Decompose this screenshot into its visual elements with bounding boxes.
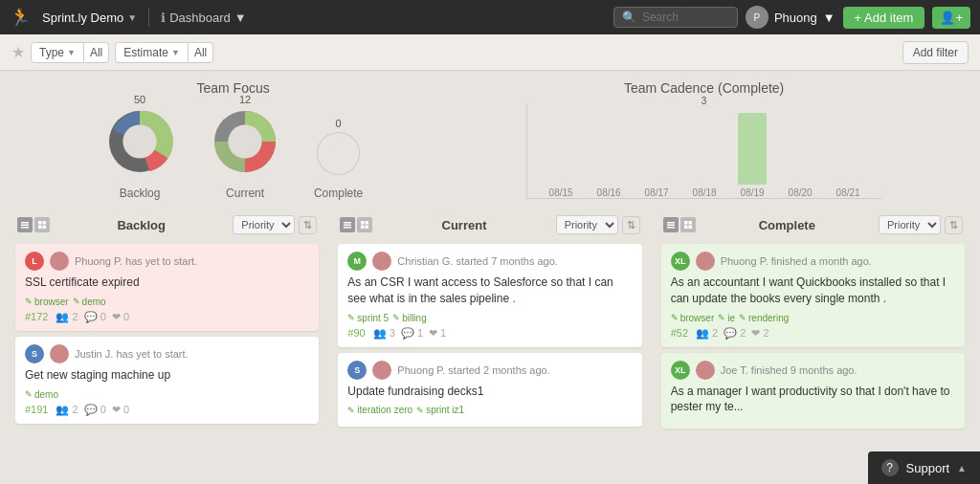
card-avatar: S <box>347 361 367 380</box>
card[interactable]: XL Joe T. finished 9 months ago. As a ma… <box>661 353 965 429</box>
card-meta: 👥 2💬 2❤ 2 <box>696 327 769 340</box>
svg-rect-15 <box>361 221 365 225</box>
tag: browser <box>671 313 715 323</box>
list-view-icon[interactable] <box>663 217 679 232</box>
list-view-icon[interactable] <box>17 217 33 232</box>
card-user-info: Phuong P. has yet to start. <box>75 255 197 267</box>
search-box[interactable]: 🔍 <box>613 7 738 28</box>
card-avatar: S <box>25 344 44 363</box>
card-body: Get new staging machine up <box>25 367 309 384</box>
card-footer: #90 👥 3💬 1❤ 1 <box>347 327 632 340</box>
card-id: #90 <box>347 327 365 339</box>
kanban-header: Complete Priority ⇅ <box>656 209 970 240</box>
bar-chart: 08/1508/1608/1708/1808/1908/2008/21 <box>526 103 881 199</box>
svg-point-1 <box>123 124 157 158</box>
card-meta-item: 👥 2 <box>696 327 718 340</box>
grid-view-icon[interactable] <box>34 217 50 232</box>
card-header: S Justin J. has yet to start. <box>25 344 309 363</box>
backlog-pie-chart <box>101 103 178 180</box>
avatar: P <box>746 6 768 29</box>
card-meta-item: ❤ 2 <box>751 327 768 340</box>
bar-date: 08/17 <box>645 187 669 198</box>
info-icon: ℹ <box>161 11 166 25</box>
bar-date: 08/21 <box>836 187 860 198</box>
svg-point-3 <box>229 124 262 158</box>
kanban-section: Backlog Priority ⇅ L Phuong P. has yet t… <box>0 209 980 442</box>
card-avatar: XL <box>671 361 690 380</box>
card-tags: browserdemo <box>25 297 309 307</box>
card-footer: #191 👥 2💬 0❤ 0 <box>25 404 309 416</box>
add-item-button[interactable]: + Add item <box>843 7 925 29</box>
bar-date: 08/18 <box>693 187 717 198</box>
card-avatar: XL <box>671 252 690 271</box>
bar-date: 08/15 <box>549 187 573 198</box>
card[interactable]: S Phuong P. started 2 months ago. Update… <box>338 353 641 428</box>
dashboard-caret-icon: ▼ <box>234 11 247 25</box>
sort-button[interactable]: ⇅ <box>299 216 317 234</box>
nav-logo-icon: 🏃 <box>10 7 31 28</box>
star-button[interactable]: ★ <box>11 43 25 61</box>
sort-button[interactable]: ⇅ <box>622 216 640 234</box>
nav-dashboard[interactable]: ℹ Dashboard ▼ <box>161 11 246 25</box>
tag: browser <box>25 297 69 307</box>
search-icon: 🔍 <box>622 11 636 24</box>
card[interactable]: XL Phuong P. finished a month ago. As an… <box>661 244 965 347</box>
estimate-filter-label[interactable]: Estimate ▼ <box>116 43 188 62</box>
filter-bar: ★ Type ▼ All Estimate ▼ All Add filter <box>0 34 980 71</box>
nav-user[interactable]: P Phuong ▼ <box>746 6 835 29</box>
svg-rect-6 <box>21 225 29 227</box>
sort-button[interactable]: ⇅ <box>945 216 963 234</box>
kanban-col-backlog: Backlog Priority ⇅ L Phuong P. has yet t… <box>10 209 324 432</box>
kanban-col-complete: Complete Priority ⇅ XL Phuong P. finishe… <box>656 209 970 432</box>
type-caret-icon: ▼ <box>67 48 76 57</box>
card-user-info: Justin J. has yet to start. <box>75 348 189 360</box>
card[interactable]: S Justin J. has yet to start. Get new st… <box>15 337 319 424</box>
nav-brand[interactable]: Sprint.ly Demo ▼ <box>42 11 137 25</box>
card-user-info: Phuong P. started 2 months ago. <box>397 364 549 376</box>
card-header: L Phuong P. has yet to start. <box>25 252 309 271</box>
priority-select[interactable]: Priority <box>233 215 295 234</box>
card[interactable]: L Phuong P. has yet to start. SSL certif… <box>15 244 319 331</box>
svg-rect-7 <box>21 227 29 229</box>
card-tags: sprint 5billing <box>347 313 632 323</box>
card-meta: 👥 2💬 0❤ 0 <box>56 311 129 323</box>
current-pie-item: 12 Current <box>207 103 283 200</box>
user-photo-avatar <box>50 344 69 363</box>
card-header: XL Phuong P. finished a month ago. <box>671 252 955 271</box>
kanban-col-title: Current <box>376 218 551 232</box>
card-body: As a manager I want productivity so that… <box>671 384 955 416</box>
card-tags: demo <box>25 389 309 400</box>
card-id: #52 <box>671 327 688 339</box>
add-filter-button[interactable]: Add filter <box>902 41 969 64</box>
list-view-icon[interactable] <box>340 217 355 232</box>
kanban-cards: XL Phuong P. finished a month ago. As an… <box>656 240 970 432</box>
svg-rect-18 <box>366 226 369 230</box>
svg-rect-12 <box>344 222 351 224</box>
estimate-all[interactable]: All <box>188 43 212 62</box>
svg-rect-23 <box>688 221 692 225</box>
add-user-button[interactable]: 👤+ <box>932 7 970 29</box>
grid-view-icon[interactable] <box>680 217 696 232</box>
type-all[interactable]: All <box>83 43 108 62</box>
grid-view-icon[interactable] <box>357 217 372 232</box>
priority-select[interactable]: Priority <box>879 215 941 234</box>
user-photo-avatar <box>372 361 391 380</box>
search-input[interactable] <box>642 11 728 24</box>
user-name: Phuong <box>774 11 817 25</box>
team-focus-title: Team Focus <box>197 80 270 96</box>
priority-select[interactable]: Priority <box>556 215 618 234</box>
complete-label: Complete <box>314 187 363 200</box>
type-filter-label[interactable]: Type ▼ <box>32 43 83 62</box>
estimate-caret-icon: ▼ <box>171 48 180 57</box>
card-meta-item: ❤ 1 <box>429 327 446 340</box>
team-cadence-title: Team Cadence (Complete) <box>624 80 784 96</box>
svg-rect-16 <box>366 221 369 225</box>
charts-section: Team Focus 50 <box>0 71 980 209</box>
card[interactable]: M Christian G. started 7 months ago. As … <box>338 244 641 347</box>
svg-rect-25 <box>688 226 692 230</box>
complete-pie-container: 0 <box>312 127 365 183</box>
bar-date: 08/19 <box>741 187 765 198</box>
type-filter-group: Type ▼ All <box>31 42 109 63</box>
card-body: As an CSR I want access to Salesforce so… <box>347 275 632 307</box>
current-label: Current <box>226 187 264 200</box>
